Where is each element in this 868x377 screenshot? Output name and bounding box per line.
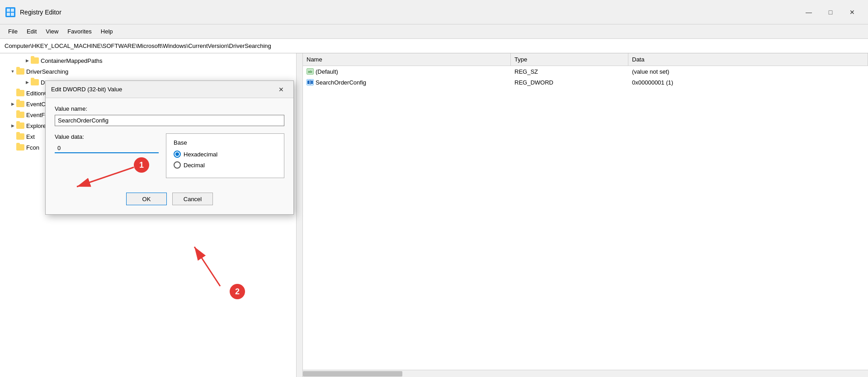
radio-hexadecimal[interactable]: Hexadecimal (174, 151, 277, 158)
dialog-row: Value data: Base Hexadecimal Decimal (55, 133, 284, 178)
tree-item-label: DriverSearching (26, 68, 68, 75)
svg-rect-6 (311, 80, 313, 84)
tree-item-driversearching[interactable]: ▼ DriverSearching (0, 66, 302, 77)
col-header-type: Type (511, 53, 628, 66)
value-name-input[interactable] (55, 115, 284, 126)
tree-scrollbar[interactable] (296, 53, 302, 377)
value-data-searchorderconfig: 0x00000001 (1) (628, 79, 868, 86)
tree-item-label: ContainerMappedPaths (41, 57, 103, 64)
address-path: Computer\HKEY_LOCAL_MACHINE\SOFTWARE\Mic… (5, 42, 271, 49)
value-row-searchorderconfig[interactable]: SearchOrderConfig REG_DWORD 0x00000001 (… (303, 77, 868, 88)
reg-dword-icon (307, 79, 314, 85)
window-title: Registry Editor (20, 9, 798, 16)
folder-icon (16, 144, 24, 151)
menu-favorites[interactable]: Favorites (63, 26, 96, 37)
svg-rect-1 (11, 9, 14, 12)
tree-item-containermappedpaths[interactable]: ▶ ContainerMappedPaths (0, 55, 302, 66)
tree-item-label: Fcon (26, 144, 39, 151)
values-header: Name Type Data (303, 53, 868, 66)
value-name-label: Value name: (55, 105, 284, 112)
value-data-section: Value data: (55, 133, 159, 153)
radio-hex-btn[interactable] (174, 151, 181, 158)
value-name-default: ab (Default) (303, 68, 511, 75)
folder-icon (16, 101, 24, 107)
svg-rect-4 (307, 80, 309, 84)
expand-arrow-driverupdates[interactable]: ▶ (24, 79, 31, 86)
folder-icon (16, 133, 24, 140)
app-icon (5, 7, 15, 17)
dialog-titlebar: Edit DWORD (32-bit) Value ✕ (46, 81, 293, 98)
base-section: Base Hexadecimal Decimal (166, 133, 284, 178)
close-button[interactable]: ✕ (842, 5, 863, 19)
radio-dec-btn[interactable] (174, 161, 181, 169)
cancel-button[interactable]: Cancel (172, 193, 213, 205)
value-row-default[interactable]: ab (Default) REG_SZ (value not set) (303, 66, 868, 77)
radio-hex-label: Hexadecimal (184, 151, 217, 158)
main-content: ▶ ContainerMappedPaths ▼ DriverSearching… (0, 53, 868, 377)
svg-rect-0 (7, 9, 10, 12)
col-header-name: Name (303, 53, 511, 66)
folder-icon (31, 57, 39, 64)
menu-bar: File Edit View Favorites Help (0, 24, 868, 39)
dialog-title: Edit DWORD (32-bit) Value (51, 86, 274, 93)
menu-edit[interactable]: Edit (22, 26, 41, 37)
edit-dword-dialog[interactable]: Edit DWORD (32-bit) Value ✕ Value name: … (45, 80, 294, 215)
dialog-close-button[interactable]: ✕ (274, 83, 288, 96)
value-type-searchorderconfig: REG_DWORD (511, 79, 628, 86)
tree-item-label: Ext (26, 133, 35, 140)
expand-arrow-containermappedpaths[interactable]: ▶ (24, 57, 31, 64)
expand-arrow-eventcollector[interactable]: ▶ (9, 100, 16, 108)
expand-arrow-driversearching[interactable]: ▼ (9, 68, 16, 75)
maximize-button[interactable]: □ (820, 5, 841, 19)
expand-arrow-explorer[interactable]: ▶ (9, 122, 16, 129)
radio-decimal[interactable]: Decimal (174, 161, 277, 169)
folder-icon (31, 79, 39, 85)
value-name-searchorderconfig: SearchOrderConfig (303, 79, 511, 86)
svg-rect-3 (11, 13, 14, 16)
col-header-data: Data (628, 53, 868, 66)
dialog-footer: OK Cancel (46, 187, 293, 214)
reg-sz-icon: ab (307, 68, 314, 75)
value-data-label: Value data: (55, 133, 159, 140)
folder-icon (16, 68, 24, 75)
minimize-button[interactable]: — (798, 5, 819, 19)
menu-file[interactable]: File (4, 26, 22, 37)
svg-rect-2 (7, 13, 10, 16)
value-type-default: REG_SZ (511, 68, 628, 75)
ok-button[interactable]: OK (126, 193, 167, 205)
svg-rect-5 (310, 80, 311, 85)
dialog-body: Value name: Value data: Base Hexadeci (46, 98, 293, 187)
folder-icon (16, 123, 24, 129)
radio-dec-label: Decimal (184, 162, 205, 169)
value-data-input[interactable] (55, 143, 159, 153)
address-bar: Computer\HKEY_LOCAL_MACHINE\SOFTWARE\Mic… (0, 39, 868, 53)
window-controls: — □ ✕ (798, 5, 863, 19)
menu-view[interactable]: View (41, 26, 63, 37)
base-title: Base (174, 139, 277, 146)
scrollbar-thumb (303, 371, 402, 377)
menu-help[interactable]: Help (96, 26, 118, 37)
values-pane: Name Type Data ab (Default) REG_SZ (valu… (303, 53, 868, 377)
value-data-default: (value not set) (628, 68, 868, 75)
values-scrollbar[interactable] (303, 370, 868, 377)
folder-icon (16, 112, 24, 118)
folder-icon (16, 90, 24, 96)
title-bar: Registry Editor — □ ✕ (0, 0, 868, 24)
